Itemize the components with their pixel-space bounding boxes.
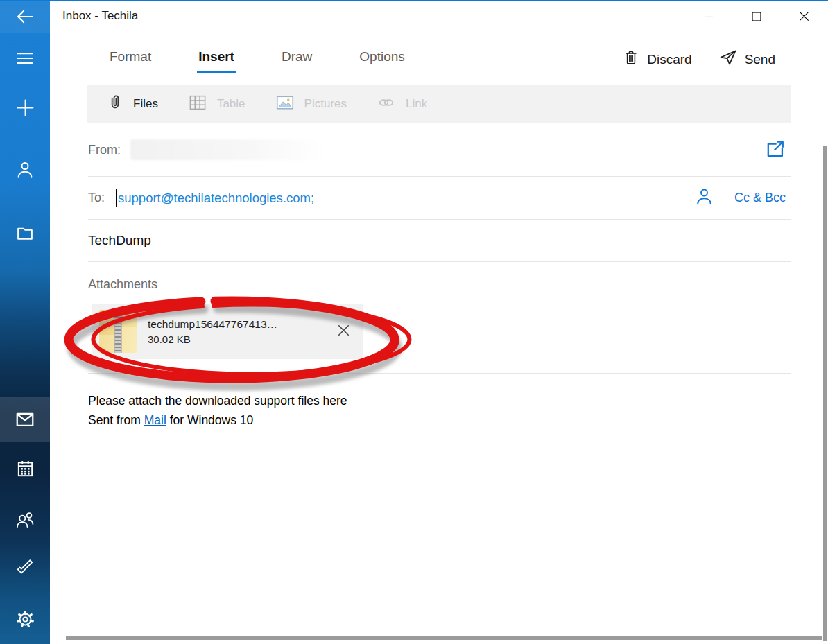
horizontal-scrollbar[interactable] bbox=[66, 636, 822, 640]
trash-icon bbox=[622, 49, 640, 70]
send-icon bbox=[718, 48, 738, 71]
attachment-card[interactable]: techdump156447767413… 30.02 KB bbox=[92, 304, 363, 359]
sidebar-item-calendar[interactable] bbox=[0, 452, 50, 485]
to-label: To: bbox=[88, 191, 105, 205]
paperclip-icon bbox=[106, 94, 124, 115]
files-label: Files bbox=[133, 97, 158, 111]
pictures-button: Pictures bbox=[270, 92, 351, 116]
window-controls bbox=[684, 1, 828, 33]
folder-icon bbox=[15, 223, 35, 243]
subject-input[interactable]: TechDump bbox=[88, 233, 151, 248]
link-icon bbox=[376, 92, 397, 116]
new-mail-button[interactable] bbox=[0, 91, 50, 124]
plus-icon bbox=[15, 97, 36, 119]
calendar-icon bbox=[15, 459, 35, 479]
mail-link[interactable]: Mail bbox=[144, 413, 166, 427]
window-title: Inbox - Techila bbox=[62, 9, 138, 23]
zip-folder-icon bbox=[99, 310, 137, 353]
sidebar bbox=[0, 0, 50, 644]
to-row-right: Cc & Bcc bbox=[693, 186, 786, 210]
attachment-filesize: 30.02 KB bbox=[148, 333, 277, 345]
attachment-filename: techdump156447767413… bbox=[148, 318, 277, 331]
vertical-scrollbar[interactable] bbox=[823, 146, 827, 641]
folders-button[interactable] bbox=[0, 216, 50, 250]
sidebar-item-people[interactable] bbox=[0, 503, 50, 537]
main-area: Inbox - Techila Format Insert Dr bbox=[50, 0, 828, 644]
subject-row[interactable]: TechDump bbox=[88, 220, 791, 262]
gear-icon bbox=[15, 609, 35, 629]
to-value[interactable]: support@techilatechnologies.com; bbox=[118, 191, 314, 206]
window-top-accent bbox=[0, 0, 828, 1]
from-row: From: bbox=[88, 123, 791, 177]
popout-button[interactable] bbox=[764, 137, 787, 163]
ribbon-actions: Discard Send bbox=[622, 48, 775, 71]
close-icon bbox=[334, 321, 353, 342]
send-label: Send bbox=[745, 52, 775, 67]
table-button: Table bbox=[183, 92, 250, 116]
minimize-icon bbox=[701, 9, 716, 26]
table-icon bbox=[187, 92, 208, 116]
message-body[interactable]: Please attach the downloaded support fil… bbox=[88, 391, 791, 430]
discard-button[interactable]: Discard bbox=[622, 48, 691, 71]
pictures-icon bbox=[275, 92, 295, 116]
maximize-button[interactable] bbox=[732, 1, 780, 33]
attachments-label: Attachments bbox=[88, 277, 791, 292]
remove-attachment-button[interactable] bbox=[334, 321, 353, 342]
sidebar-item-mail[interactable] bbox=[0, 397, 50, 442]
from-label: From: bbox=[88, 143, 121, 157]
back-button[interactable] bbox=[0, 0, 50, 33]
from-address-redacted bbox=[130, 139, 325, 160]
attachment-meta: techdump156447767413… 30.02 KB bbox=[148, 318, 277, 345]
discard-label: Discard bbox=[647, 52, 691, 67]
envelope-icon bbox=[15, 409, 35, 430]
maximize-icon bbox=[749, 9, 764, 26]
to-row[interactable]: To: support@techilatechnologies.com; Cc … bbox=[88, 177, 791, 220]
ribbon-tabs: Format Insert Draw Options bbox=[108, 49, 406, 73]
person-icon bbox=[15, 159, 35, 180]
pictures-label: Pictures bbox=[304, 97, 347, 111]
table-label: Table bbox=[217, 97, 245, 111]
account-button[interactable] bbox=[0, 153, 50, 186]
text-cursor bbox=[116, 189, 117, 207]
popout-icon bbox=[764, 137, 787, 163]
tab-format[interactable]: Format bbox=[108, 49, 153, 73]
mail-app-window: Inbox - Techila Format Insert Dr bbox=[0, 0, 828, 644]
link-label: Link bbox=[406, 97, 427, 111]
sidebar-item-settings[interactable] bbox=[0, 602, 50, 636]
close-button[interactable] bbox=[780, 1, 828, 33]
menu-button[interactable] bbox=[0, 42, 50, 75]
link-button: Link bbox=[372, 92, 431, 116]
files-button[interactable]: Files bbox=[102, 94, 162, 115]
body-line-1: Please attach the downloaded support fil… bbox=[88, 391, 791, 410]
tab-options[interactable]: Options bbox=[358, 49, 406, 73]
add-contact-icon[interactable] bbox=[693, 186, 715, 210]
hamburger-menu-icon bbox=[15, 48, 35, 69]
sidebar-item-todo[interactable] bbox=[0, 552, 50, 585]
tab-draw[interactable]: Draw bbox=[280, 49, 313, 73]
insert-toolbar: Files Table Pictures Link bbox=[87, 85, 791, 123]
compose-area: From: To: support@techilatechnologies.co… bbox=[88, 123, 791, 430]
attachments-divider bbox=[88, 373, 791, 374]
minimize-button[interactable] bbox=[684, 1, 732, 33]
body-line-2: Sent from Mail for Windows 10 bbox=[88, 410, 791, 430]
cc-bcc-button[interactable]: Cc & Bcc bbox=[734, 191, 786, 205]
checkmark-icon bbox=[15, 559, 35, 578]
back-arrow-icon bbox=[15, 6, 35, 27]
people-icon bbox=[15, 510, 35, 530]
send-button[interactable]: Send bbox=[718, 48, 775, 71]
tab-insert[interactable]: Insert bbox=[197, 49, 236, 73]
close-icon bbox=[796, 8, 812, 26]
